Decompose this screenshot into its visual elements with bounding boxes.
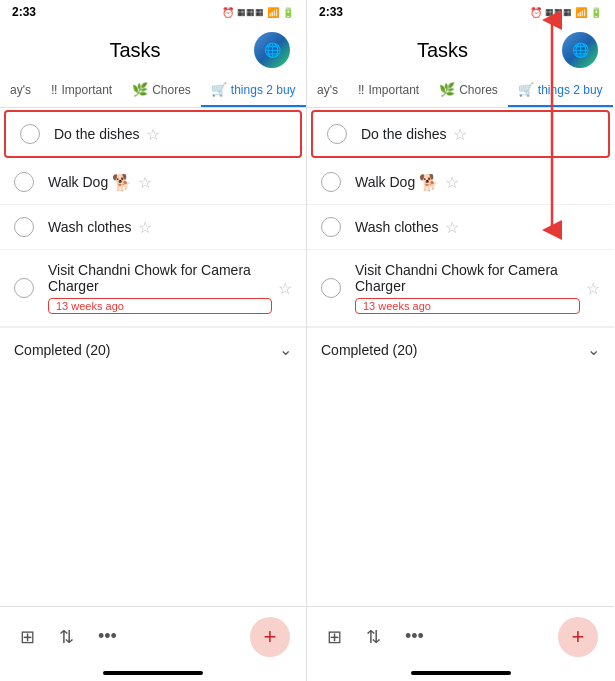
tab-1[interactable]: ‼️Important [41, 74, 122, 107]
task-text-row: Wash clothes [48, 219, 132, 235]
tab-icon: 🌿 [132, 82, 148, 97]
task-text-row: Visit Chandni Chowk for Camera Charger [48, 262, 272, 294]
task-text-row: Walk Dog🐕 [355, 173, 439, 192]
task-star-icon[interactable]: ☆ [445, 173, 459, 192]
tab-1[interactable]: ‼️Important [348, 74, 429, 107]
task-item[interactable]: Walk Dog🐕☆ [0, 160, 306, 205]
task-complete-circle[interactable] [14, 217, 34, 237]
tab-0[interactable]: ay's [307, 74, 348, 107]
add-task-button[interactable]: + [250, 617, 290, 657]
tab-2[interactable]: 🌿Chores [122, 74, 201, 107]
tab-label: Important [61, 83, 112, 97]
more-icon[interactable]: ••• [94, 622, 121, 652]
task-complete-circle[interactable] [327, 124, 347, 144]
task-complete-circle[interactable] [14, 172, 34, 192]
tab-label: ay's [10, 83, 31, 97]
status-icons: ⏰ ▦▦▦ 📶 🔋 [530, 7, 602, 18]
task-star-icon[interactable]: ☆ [278, 279, 292, 298]
task-badge: 13 weeks ago [355, 298, 580, 314]
wifi-icon: 📶 [267, 7, 279, 18]
avatar[interactable]: 🌐 [562, 32, 598, 68]
status-time: 2:33 [319, 5, 343, 19]
sort-icon[interactable]: ⇅ [362, 622, 385, 652]
tab-label: ay's [317, 83, 338, 97]
task-text-container: Do the dishes [54, 126, 140, 142]
status-bar: 2:33⏰ ▦▦▦ 📶 🔋 [0, 0, 306, 24]
tab-3[interactable]: 🛒things 2 buy [201, 74, 306, 107]
task-item[interactable]: Do the dishes☆ [311, 110, 610, 158]
tab-bar: ay's‼️Important🌿Chores🛒things 2 buy [307, 74, 614, 108]
sort-icon[interactable]: ⇅ [55, 622, 78, 652]
task-item[interactable]: Visit Chandni Chowk for Camera Charger13… [0, 250, 306, 327]
task-star-icon[interactable]: ☆ [586, 279, 600, 298]
task-text-row: Do the dishes [54, 126, 140, 142]
avatar[interactable]: 🌐 [254, 32, 290, 68]
home-indicator [103, 671, 203, 675]
tab-icon: ‼️ [51, 82, 58, 97]
bottom-icons-left: ⊞⇅••• [16, 622, 121, 652]
page-title: Tasks [16, 39, 254, 62]
task-star-icon[interactable]: ☆ [146, 125, 160, 144]
battery-icon: 🔋 [590, 7, 602, 18]
tab-icon: 🛒 [211, 82, 227, 97]
task-item[interactable]: Visit Chandni Chowk for Camera Charger13… [307, 250, 614, 327]
tab-0[interactable]: ay's [0, 74, 41, 107]
signal-icon: ▦▦▦ [545, 7, 572, 17]
completed-section[interactable]: Completed (20)⌄ [307, 327, 614, 371]
task-complete-circle[interactable] [14, 278, 34, 298]
task-label: Walk Dog [48, 174, 108, 190]
panel-right: 2:33⏰ ▦▦▦ 📶 🔋Tasks🌐ay's‼️Important🌿Chore… [307, 0, 614, 681]
more-icon[interactable]: ••• [401, 622, 428, 652]
task-label: Walk Dog [355, 174, 415, 190]
tab-icon: 🛒 [518, 82, 534, 97]
task-text-container: Do the dishes [361, 126, 447, 142]
task-badge: 13 weeks ago [48, 298, 272, 314]
task-item[interactable]: Wash clothes☆ [307, 205, 614, 250]
task-label: Visit Chandni Chowk for Camera Charger [48, 262, 272, 294]
task-list: Do the dishes☆Walk Dog🐕☆Wash clothes☆Vis… [307, 108, 614, 606]
status-icons: ⏰ ▦▦▦ 📶 🔋 [222, 7, 294, 18]
task-text-container: Walk Dog🐕 [48, 173, 132, 192]
task-star-icon[interactable]: ☆ [445, 218, 459, 237]
task-label: Wash clothes [48, 219, 132, 235]
task-complete-circle[interactable] [321, 172, 341, 192]
tab-label: things 2 buy [231, 83, 296, 97]
add-task-button[interactable]: + [558, 617, 598, 657]
status-bar: 2:33⏰ ▦▦▦ 📶 🔋 [307, 0, 614, 24]
app-header: Tasks🌐 [0, 24, 306, 74]
task-item[interactable]: Do the dishes☆ [4, 110, 302, 158]
signal-icon: ▦▦▦ [237, 7, 264, 17]
task-text-container: Walk Dog🐕 [355, 173, 439, 192]
task-label: Do the dishes [54, 126, 140, 142]
tab-label: Chores [152, 83, 191, 97]
task-label: Visit Chandni Chowk for Camera Charger [355, 262, 580, 294]
task-star-icon[interactable]: ☆ [138, 173, 152, 192]
task-star-icon[interactable]: ☆ [138, 218, 152, 237]
wifi-icon: 📶 [575, 7, 587, 18]
completed-label: Completed (20) [14, 342, 111, 358]
task-star-icon[interactable]: ☆ [453, 125, 467, 144]
completed-label: Completed (20) [321, 342, 418, 358]
home-indicator [411, 671, 511, 675]
bottom-icons-left: ⊞⇅••• [323, 622, 428, 652]
tab-label: Chores [459, 83, 498, 97]
task-list: Do the dishes☆Walk Dog🐕☆Wash clothes☆Vis… [0, 108, 306, 606]
completed-section[interactable]: Completed (20)⌄ [0, 327, 306, 371]
grid-icon[interactable]: ⊞ [323, 622, 346, 652]
tab-label: Important [368, 83, 419, 97]
task-item[interactable]: Wash clothes☆ [0, 205, 306, 250]
app-header: Tasks🌐 [307, 24, 614, 74]
task-complete-circle[interactable] [20, 124, 40, 144]
task-text-container: Visit Chandni Chowk for Camera Charger13… [48, 262, 272, 314]
tab-3[interactable]: 🛒things 2 buy [508, 74, 613, 107]
task-text-container: Visit Chandni Chowk for Camera Charger13… [355, 262, 580, 314]
bottom-bar: ⊞⇅•••+ [307, 606, 614, 667]
task-complete-circle[interactable] [321, 278, 341, 298]
tab-2[interactable]: 🌿Chores [429, 74, 508, 107]
task-item[interactable]: Walk Dog🐕☆ [307, 160, 614, 205]
tab-bar: ay's‼️Important🌿Chores🛒things 2 buy [0, 74, 306, 108]
alarm-icon: ⏰ [530, 7, 542, 18]
task-complete-circle[interactable] [321, 217, 341, 237]
task-text-row: Walk Dog🐕 [48, 173, 132, 192]
grid-icon[interactable]: ⊞ [16, 622, 39, 652]
